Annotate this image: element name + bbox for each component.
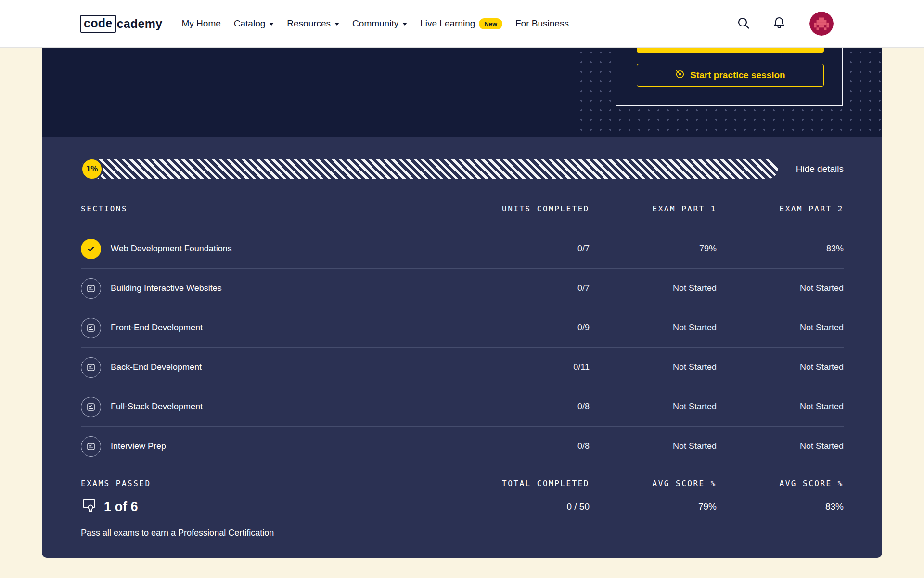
units-completed-value: 0/8	[474, 441, 590, 451]
total-completed-value: 0 / 50	[474, 501, 590, 512]
avg-score-1-label: AVG SCORE %	[590, 479, 717, 488]
section-name: Interview Prep	[111, 441, 166, 451]
units-completed-value: 0/7	[474, 283, 590, 293]
notifications-button[interactable]	[771, 15, 787, 32]
units-completed-value: 0/11	[474, 362, 590, 372]
exam-part-1-value: Not Started	[590, 402, 717, 412]
header-sections: SECTIONS	[81, 204, 474, 213]
certificate-ribbon-icon	[81, 497, 97, 517]
hero-action-panel: Start practice session	[616, 48, 843, 106]
units-completed-value: 0/7	[474, 244, 590, 254]
exams-passed-label: EXAMS PASSED	[81, 479, 474, 488]
exam-part-2-value: Not Started	[717, 323, 844, 333]
sections-table: Web Development Foundations 0/7 79% 83% …	[81, 229, 844, 466]
table-header-row: SECTIONS UNITS COMPLETED EXAM PART 1 EXA…	[81, 203, 844, 214]
exam-part-1-value: Not Started	[590, 362, 717, 372]
exam-sheet-icon	[81, 436, 101, 457]
units-completed-value: 0/9	[474, 323, 590, 333]
exams-passed-value: 1 of 6	[104, 499, 138, 514]
nav-item-label: Resources	[287, 18, 331, 29]
hide-details-link[interactable]: Hide details	[796, 164, 844, 174]
nav-item-label: For Business	[515, 18, 569, 29]
table-row[interactable]: Building Interactive Websites 0/7 Not St…	[81, 269, 844, 308]
nav-item-label: Live Learning	[420, 18, 475, 29]
exam-part-1-value: 79%	[590, 244, 717, 254]
exam-part-2-value: Not Started	[717, 362, 844, 372]
progress-row: 1% Hide details	[81, 137, 844, 179]
nav-item-label: Community	[352, 18, 398, 29]
exam-part-2-value: Not Started	[717, 283, 844, 293]
section-complete-check-icon	[81, 239, 101, 259]
exam-sheet-icon	[81, 278, 101, 299]
progress-bar: 1%	[81, 159, 778, 179]
section-name: Back-End Development	[111, 362, 202, 372]
certification-path-card: Start practice session 1% Hide details S…	[42, 48, 882, 558]
search-icon	[736, 16, 751, 32]
avg-score-1-value: 79%	[590, 501, 717, 512]
section-name: Front-End Development	[111, 323, 203, 333]
chevron-down-icon	[269, 23, 274, 26]
nav-item-resources[interactable]: Resources	[287, 18, 339, 29]
start-practice-session-label: Start practice session	[690, 70, 785, 80]
units-completed-value: 0/8	[474, 402, 590, 412]
exam-part-1-value: Not Started	[590, 323, 717, 333]
nav-item-label: My Home	[181, 18, 220, 29]
new-badge: New	[479, 18, 502, 29]
nav-item-live-learning[interactable]: Live Learning New	[420, 18, 502, 29]
hero-section: Start practice session	[42, 48, 882, 137]
top-navbar: code cademy My Home Catalog Resources Co…	[0, 0, 924, 48]
table-row[interactable]: Front-End Development 0/9 Not Started No…	[81, 308, 844, 348]
codecademy-logo[interactable]: code cademy	[80, 15, 162, 33]
total-completed-label: TOTAL COMPLETED	[474, 479, 590, 488]
chevron-down-icon	[334, 23, 339, 26]
header-exam-part-2: EXAM PART 2	[717, 204, 844, 213]
bell-icon	[772, 16, 786, 32]
logo-code-box: code	[80, 15, 116, 33]
exam-sheet-icon	[81, 357, 101, 378]
navbar-right	[735, 12, 834, 36]
nav-item-catalog[interactable]: Catalog	[234, 18, 274, 29]
exam-part-1-value: Not Started	[590, 283, 717, 293]
exam-part-2-value: Not Started	[717, 441, 844, 451]
table-row[interactable]: Web Development Foundations 0/7 79% 83%	[81, 229, 844, 269]
search-button[interactable]	[735, 15, 752, 32]
exam-sheet-icon	[81, 397, 101, 417]
section-name: Full-Stack Development	[111, 402, 203, 412]
nav-item-label: Catalog	[234, 18, 266, 29]
section-name: Building Interactive Websites	[111, 283, 222, 293]
exams-passed-value-group: 1 of 6	[81, 497, 138, 517]
header-exam-part-1: EXAM PART 1	[590, 204, 717, 213]
nav-item-for-business[interactable]: For Business	[515, 18, 569, 29]
logo-rest: cademy	[117, 17, 163, 31]
primary-cta-button[interactable]	[637, 48, 824, 53]
user-avatar[interactable]	[809, 12, 834, 36]
practice-target-icon	[675, 69, 685, 81]
avg-score-2-label: AVG SCORE %	[717, 479, 844, 488]
summary-values-row: 1 of 6 0 / 50 79% 83%	[81, 497, 844, 516]
nav-item-community[interactable]: Community	[352, 18, 407, 29]
table-row[interactable]: Back-End Development 0/11 Not Started No…	[81, 348, 844, 387]
start-practice-session-button[interactable]: Start practice session	[637, 64, 824, 87]
exam-part-2-value: Not Started	[717, 402, 844, 412]
table-row[interactable]: Interview Prep 0/8 Not Started Not Start…	[81, 427, 844, 466]
table-row[interactable]: Full-Stack Development 0/8 Not Started N…	[81, 387, 844, 427]
nav-item-my-home[interactable]: My Home	[181, 18, 220, 29]
section-name: Web Development Foundations	[111, 244, 232, 254]
chevron-down-icon	[402, 23, 407, 26]
exam-part-2-value: 83%	[717, 244, 844, 254]
progress-section: 1% Hide details SECTIONS UNITS COMPLETED…	[42, 137, 882, 558]
avg-score-2-value: 83%	[717, 501, 844, 512]
progress-bar-stripes	[81, 159, 778, 179]
exam-part-1-value: Not Started	[590, 441, 717, 451]
header-units-completed: UNITS COMPLETED	[474, 204, 590, 213]
certification-note: Pass all exams to earn a Professional Ce…	[81, 528, 844, 538]
main-nav: My Home Catalog Resources Community Live…	[181, 18, 568, 29]
summary-labels-row: EXAMS PASSED TOTAL COMPLETED AVG SCORE %…	[81, 478, 844, 488]
progress-percent-badge: 1%	[81, 158, 103, 180]
exam-sheet-icon	[81, 318, 101, 338]
